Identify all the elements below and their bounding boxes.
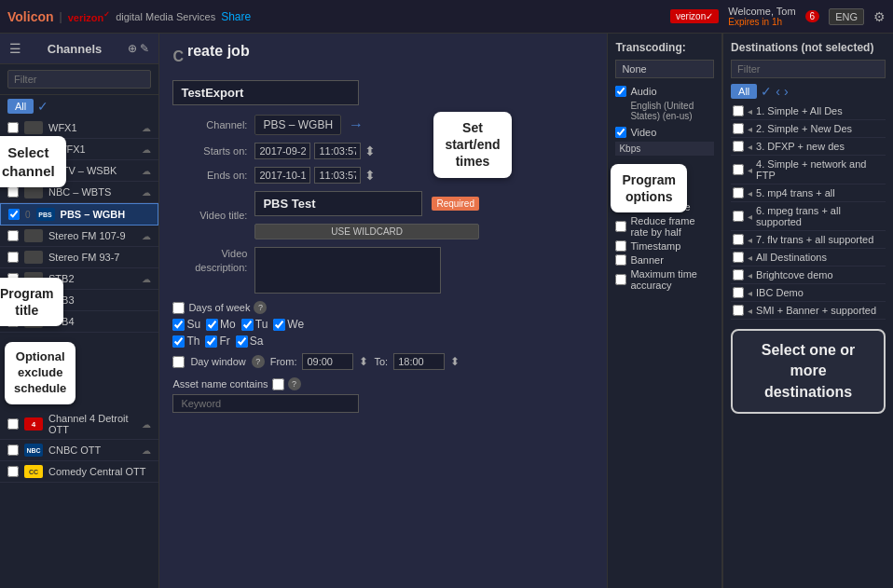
dest-checkbox-3[interactable] <box>733 141 744 152</box>
channel-checkbox[interactable] <box>7 466 19 477</box>
video-checkbox[interactable] <box>615 127 626 138</box>
channel-item-channel4[interactable]: 4 Channel 4 Detroit OTT ☁ <box>0 409 158 440</box>
share-link[interactable]: Share <box>221 10 251 23</box>
dest-checkbox-1[interactable] <box>733 105 744 116</box>
dest-item-3[interactable]: ◂ 3. DFXP + new des <box>731 138 886 156</box>
day-window-info-icon[interactable]: ? <box>252 355 265 368</box>
dest-item-6[interactable]: ◂ 6. mpeg trans + all supported <box>731 202 886 231</box>
timestamp-checkbox[interactable] <box>615 240 626 252</box>
dest-checkbox-7[interactable] <box>733 234 744 245</box>
channel-checkbox[interactable] <box>7 252 19 263</box>
dest-item-9[interactable]: ◂ Brightcove demo <box>731 267 886 284</box>
dest-item-1[interactable]: ◂ 1. Simple + All Des <box>731 103 886 120</box>
ends-time-input[interactable] <box>314 167 361 184</box>
from-time-input[interactable] <box>302 353 353 370</box>
to-time-input[interactable] <box>393 353 445 370</box>
day-we[interactable]: We <box>273 318 304 331</box>
channel-item-comedy[interactable]: CC Comedy Central OTT <box>0 461 158 483</box>
dest-item-10[interactable]: ◂ IBC Demo <box>731 284 886 302</box>
days-info-icon[interactable]: ? <box>254 301 267 314</box>
dest-checkbox-9[interactable] <box>733 269 744 280</box>
channel-name: – WFX1 <box>48 144 136 155</box>
dest-item-4[interactable]: ◂ 4. Simple + network and FTP <box>731 156 886 185</box>
cloud-icon: ☁ <box>142 419 151 430</box>
dest-checkbox-11[interactable] <box>733 305 744 316</box>
channel-item[interactable]: STB4 <box>0 311 158 333</box>
dest-item-2[interactable]: ◂ 2. Simple + New Des <box>731 120 886 138</box>
channel-item[interactable]: – WFX1 ☁ <box>0 139 158 160</box>
day-mo[interactable]: Mo <box>206 318 236 331</box>
banner-checkbox[interactable] <box>615 254 626 266</box>
channel-checkbox[interactable] <box>7 230 19 241</box>
channel-item[interactable]: STB3 <box>0 290 158 311</box>
wildcard-button[interactable]: USE WILDCARD <box>254 224 479 239</box>
dest-left-icon: ‹ <box>776 84 780 99</box>
day-sa[interactable]: Sa <box>236 335 264 348</box>
to-spinner[interactable]: ⬍ <box>450 355 460 368</box>
dest-checkbox-8[interactable] <box>733 252 744 263</box>
channel-checkbox[interactable] <box>7 273 19 284</box>
dest-item-7[interactable]: ◂ 7. flv trans + all supported <box>731 231 886 249</box>
day-window-checkbox[interactable] <box>172 356 185 368</box>
asset-info-icon[interactable]: ? <box>288 377 301 390</box>
channel-item[interactable]: Stereo FM 93-7 <box>0 247 158 268</box>
starts-spinner-icon[interactable]: ⬍ <box>364 144 376 158</box>
destinations-filter-input[interactable] <box>731 60 886 78</box>
channel-checkbox-pbs[interactable] <box>8 209 20 220</box>
channel-item[interactable]: MyTV – WSBK ☁ <box>0 160 158 182</box>
channel-checkbox[interactable] <box>7 316 19 327</box>
dest-checkbox-5[interactable] <box>733 187 744 198</box>
video-title-input[interactable] <box>254 191 422 216</box>
channel-item-pbs[interactable]: 0 PBS PBS – WGBH <box>0 203 158 226</box>
language-button[interactable]: ENG <box>829 8 864 25</box>
dest-item-11[interactable]: ◂ SMI + Banner + supported <box>731 302 886 320</box>
framerate-checkbox[interactable] <box>615 221 626 232</box>
audio-checkbox[interactable] <box>615 86 626 97</box>
channel-item[interactable]: Stereo FM 107-9 ☁ <box>0 226 158 247</box>
channel-checkbox[interactable] <box>7 144 19 155</box>
starts-time-input[interactable] <box>314 143 361 159</box>
day-fr[interactable]: Fr <box>205 335 229 348</box>
asset-name-checkbox[interactable] <box>272 378 284 390</box>
dest-checkbox-10[interactable] <box>733 287 744 298</box>
channel-checkbox[interactable] <box>7 444 19 456</box>
video-desc-textarea[interactable] <box>254 247 441 294</box>
channel-checkbox[interactable] <box>7 122 19 133</box>
job-name-input[interactable] <box>172 80 359 105</box>
dest-item-5[interactable]: ◂ 5. mp4 trans + all <box>731 185 886 202</box>
channel-item[interactable]: NBC – WBTS ☁ <box>0 182 158 203</box>
day-th[interactable]: Th <box>172 335 199 348</box>
dest-all-button[interactable]: All <box>731 84 757 99</box>
channel-name: WFX1 <box>48 122 136 133</box>
channel-checkbox[interactable] <box>7 294 19 306</box>
notification-badge[interactable]: 6 <box>805 10 820 22</box>
video-label: Video <box>630 127 656 138</box>
keyword-input[interactable] <box>172 394 359 413</box>
channel-name: Stereo FM 107-9 <box>48 230 136 241</box>
target-bitrate-checkbox[interactable] <box>615 201 626 212</box>
channel-item[interactable]: WFX1 ☁ <box>0 117 158 139</box>
channel-filter-input[interactable] <box>7 70 151 89</box>
channel-item-cnbc[interactable]: NBC CNBC OTT ☁ <box>0 440 158 461</box>
days-of-week-checkbox[interactable] <box>172 302 185 314</box>
max-time-checkbox[interactable] <box>615 274 626 285</box>
channel-item[interactable]: STB2 ☁ <box>0 268 158 290</box>
all-channels-button[interactable]: All <box>7 99 34 114</box>
ends-spinner-icon[interactable]: ⬍ <box>364 168 376 183</box>
channel-checkbox[interactable] <box>7 186 19 198</box>
channel-checkbox[interactable] <box>7 418 19 430</box>
hamburger-icon[interactable]: ☰ <box>9 41 21 56</box>
dest-checkbox-6[interactable] <box>733 211 744 222</box>
day-su[interactable]: Su <box>172 318 200 331</box>
starts-date-input[interactable] <box>254 143 310 159</box>
dest-checkbox-2[interactable] <box>733 123 744 134</box>
gear-icon[interactable]: ⚙ <box>873 9 886 24</box>
starts-label: Starts on: <box>172 145 247 157</box>
channel-checkbox[interactable] <box>7 165 19 176</box>
resolution-checkbox[interactable] <box>615 187 626 198</box>
ends-date-input[interactable] <box>254 167 310 184</box>
dest-checkbox-4[interactable] <box>733 164 744 175</box>
from-spinner[interactable]: ⬍ <box>359 355 368 368</box>
day-tu[interactable]: Tu <box>241 318 268 331</box>
dest-item-8[interactable]: ◂ All Destinations <box>731 249 886 267</box>
